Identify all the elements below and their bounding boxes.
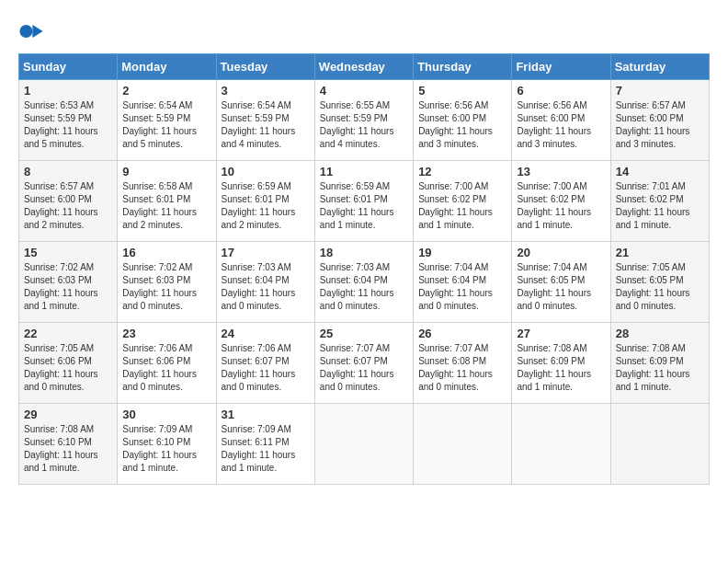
col-sunday: Sunday xyxy=(19,54,118,80)
col-saturday: Saturday xyxy=(610,54,709,80)
day-number: 17 xyxy=(222,246,310,259)
day-number: 25 xyxy=(320,327,408,340)
day-cell: 4 Sunrise: 6:55 AMSunset: 5:59 PMDayligh… xyxy=(314,80,413,161)
day-number: 5 xyxy=(418,84,506,98)
day-number: 26 xyxy=(418,327,506,340)
week-row-5: 29 Sunrise: 7:08 AMSunset: 6:10 PMDaylig… xyxy=(19,404,710,485)
day-cell: 21 Sunrise: 7:05 AMSunset: 6:05 PMDaylig… xyxy=(610,242,709,323)
day-number: 14 xyxy=(616,165,704,178)
week-row-1: 1 Sunrise: 6:53 AMSunset: 5:59 PMDayligh… xyxy=(19,80,710,161)
calendar-table: Sunday Monday Tuesday Wednesday Thursday… xyxy=(18,53,710,485)
day-info: Sunrise: 7:03 AMSunset: 6:04 PMDaylight:… xyxy=(222,261,310,313)
day-number: 13 xyxy=(517,165,605,178)
day-info: Sunrise: 7:06 AMSunset: 6:06 PMDaylight:… xyxy=(122,342,210,394)
day-cell: 26 Sunrise: 7:07 AMSunset: 6:08 PMDaylig… xyxy=(414,323,512,404)
day-cell: 17 Sunrise: 7:03 AMSunset: 6:04 PMDaylig… xyxy=(216,242,314,323)
day-info: Sunrise: 7:08 AMSunset: 6:10 PMDaylight:… xyxy=(24,423,112,475)
day-number: 11 xyxy=(320,165,408,178)
day-cell: 1 Sunrise: 6:53 AMSunset: 5:59 PMDayligh… xyxy=(19,80,118,161)
day-cell xyxy=(314,404,413,485)
day-cell: 10 Sunrise: 6:59 AMSunset: 6:01 PMDaylig… xyxy=(216,161,314,242)
day-info: Sunrise: 7:07 AMSunset: 6:07 PMDaylight:… xyxy=(320,342,408,394)
day-number: 18 xyxy=(320,246,408,259)
day-cell: 31 Sunrise: 7:09 AMSunset: 6:11 PMDaylig… xyxy=(216,404,314,485)
day-number: 10 xyxy=(222,165,310,178)
header xyxy=(18,18,710,44)
day-number: 6 xyxy=(517,84,605,98)
day-number: 1 xyxy=(24,84,112,98)
day-cell: 14 Sunrise: 7:01 AMSunset: 6:02 PMDaylig… xyxy=(610,161,709,242)
day-info: Sunrise: 7:01 AMSunset: 6:02 PMDaylight:… xyxy=(616,180,704,232)
day-cell: 29 Sunrise: 7:08 AMSunset: 6:10 PMDaylig… xyxy=(19,404,118,485)
day-info: Sunrise: 6:54 AMSunset: 5:59 PMDaylight:… xyxy=(122,99,210,151)
day-info: Sunrise: 6:56 AMSunset: 6:00 PMDaylight:… xyxy=(517,99,605,151)
day-info: Sunrise: 6:57 AMSunset: 6:00 PMDaylight:… xyxy=(24,180,112,232)
day-number: 19 xyxy=(418,246,506,259)
day-cell: 30 Sunrise: 7:09 AMSunset: 6:10 PMDaylig… xyxy=(118,404,216,485)
col-tuesday: Tuesday xyxy=(216,54,314,80)
day-cell: 11 Sunrise: 6:59 AMSunset: 6:01 PMDaylig… xyxy=(314,161,413,242)
day-number: 15 xyxy=(24,246,112,259)
day-info: Sunrise: 6:56 AMSunset: 6:00 PMDaylight:… xyxy=(418,99,506,151)
day-info: Sunrise: 7:00 AMSunset: 6:02 PMDaylight:… xyxy=(418,180,506,232)
day-number: 7 xyxy=(616,84,704,98)
day-info: Sunrise: 7:05 AMSunset: 6:06 PMDaylight:… xyxy=(24,342,112,394)
col-monday: Monday xyxy=(118,54,216,80)
day-info: Sunrise: 7:02 AMSunset: 6:03 PMDaylight:… xyxy=(122,261,210,313)
day-info: Sunrise: 7:03 AMSunset: 6:04 PMDaylight:… xyxy=(320,261,408,313)
day-number: 28 xyxy=(616,327,704,340)
day-cell: 22 Sunrise: 7:05 AMSunset: 6:06 PMDaylig… xyxy=(19,323,118,404)
day-info: Sunrise: 7:00 AMSunset: 6:02 PMDaylight:… xyxy=(517,180,605,232)
day-cell: 27 Sunrise: 7:08 AMSunset: 6:09 PMDaylig… xyxy=(512,323,610,404)
day-number: 20 xyxy=(517,246,605,259)
day-cell: 19 Sunrise: 7:04 AMSunset: 6:04 PMDaylig… xyxy=(414,242,512,323)
svg-point-0 xyxy=(19,25,32,38)
day-cell: 9 Sunrise: 6:58 AMSunset: 6:01 PMDayligh… xyxy=(118,161,216,242)
day-cell: 23 Sunrise: 7:06 AMSunset: 6:06 PMDaylig… xyxy=(118,323,216,404)
day-number: 8 xyxy=(24,165,112,178)
calendar-body: 1 Sunrise: 6:53 AMSunset: 5:59 PMDayligh… xyxy=(19,80,710,485)
week-row-4: 22 Sunrise: 7:05 AMSunset: 6:06 PMDaylig… xyxy=(19,323,710,404)
day-cell xyxy=(512,404,610,485)
day-number: 16 xyxy=(122,246,210,259)
day-cell: 3 Sunrise: 6:54 AMSunset: 5:59 PMDayligh… xyxy=(216,80,314,161)
day-cell: 13 Sunrise: 7:00 AMSunset: 6:02 PMDaylig… xyxy=(512,161,610,242)
day-cell: 24 Sunrise: 7:06 AMSunset: 6:07 PMDaylig… xyxy=(216,323,314,404)
day-info: Sunrise: 6:59 AMSunset: 6:01 PMDaylight:… xyxy=(222,180,310,232)
day-number: 31 xyxy=(222,408,310,421)
day-info: Sunrise: 6:59 AMSunset: 6:01 PMDaylight:… xyxy=(320,180,408,232)
week-row-3: 15 Sunrise: 7:02 AMSunset: 6:03 PMDaylig… xyxy=(19,242,710,323)
day-cell xyxy=(610,404,709,485)
day-info: Sunrise: 6:54 AMSunset: 5:59 PMDaylight:… xyxy=(222,99,310,151)
day-info: Sunrise: 7:02 AMSunset: 6:03 PMDaylight:… xyxy=(24,261,112,313)
day-info: Sunrise: 7:08 AMSunset: 6:09 PMDaylight:… xyxy=(517,342,605,394)
day-cell: 5 Sunrise: 6:56 AMSunset: 6:00 PMDayligh… xyxy=(414,80,512,161)
day-info: Sunrise: 6:58 AMSunset: 6:01 PMDaylight:… xyxy=(122,180,210,232)
day-cell: 12 Sunrise: 7:00 AMSunset: 6:02 PMDaylig… xyxy=(414,161,512,242)
day-number: 9 xyxy=(122,165,210,178)
day-info: Sunrise: 6:57 AMSunset: 6:00 PMDaylight:… xyxy=(616,99,704,151)
col-thursday: Thursday xyxy=(414,54,512,80)
day-cell: 28 Sunrise: 7:08 AMSunset: 6:09 PMDaylig… xyxy=(610,323,709,404)
day-number: 29 xyxy=(24,408,112,421)
header-row: Sunday Monday Tuesday Wednesday Thursday… xyxy=(19,54,710,80)
day-number: 12 xyxy=(418,165,506,178)
day-cell xyxy=(414,404,512,485)
day-number: 4 xyxy=(320,84,408,98)
day-number: 30 xyxy=(122,408,210,421)
day-cell: 6 Sunrise: 6:56 AMSunset: 6:00 PMDayligh… xyxy=(512,80,610,161)
day-number: 24 xyxy=(222,327,310,340)
day-number: 23 xyxy=(122,327,210,340)
day-info: Sunrise: 7:04 AMSunset: 6:05 PMDaylight:… xyxy=(517,261,605,313)
col-friday: Friday xyxy=(512,54,610,80)
day-info: Sunrise: 6:53 AMSunset: 5:59 PMDaylight:… xyxy=(24,99,112,151)
day-cell: 20 Sunrise: 7:04 AMSunset: 6:05 PMDaylig… xyxy=(512,242,610,323)
logo-icon xyxy=(18,18,44,44)
day-cell: 2 Sunrise: 6:54 AMSunset: 5:59 PMDayligh… xyxy=(118,80,216,161)
day-cell: 16 Sunrise: 7:02 AMSunset: 6:03 PMDaylig… xyxy=(118,242,216,323)
day-cell: 15 Sunrise: 7:02 AMSunset: 6:03 PMDaylig… xyxy=(19,242,118,323)
day-number: 3 xyxy=(222,84,310,98)
col-wednesday: Wednesday xyxy=(314,54,413,80)
day-info: Sunrise: 6:55 AMSunset: 5:59 PMDaylight:… xyxy=(320,99,408,151)
day-info: Sunrise: 7:08 AMSunset: 6:09 PMDaylight:… xyxy=(616,342,704,394)
